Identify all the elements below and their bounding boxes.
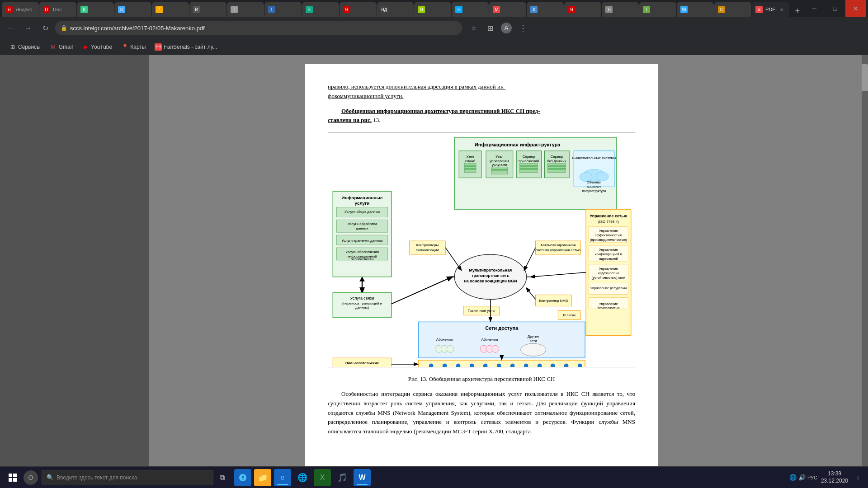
svg-text:Облачная: Облачная bbox=[587, 181, 601, 184]
tab-favicon-9: S bbox=[306, 6, 313, 13]
fanserials-icon: FS bbox=[155, 43, 162, 51]
svg-text:Узел: Узел bbox=[467, 155, 474, 159]
tab-17[interactable]: Я bbox=[602, 2, 639, 17]
svg-text:Абоненты: Абоненты bbox=[436, 338, 453, 342]
nav-right: ☆ ⊞ A ⋮ bbox=[467, 21, 530, 35]
tab-20[interactable]: С bbox=[714, 2, 751, 17]
tab-favicon-10: Я bbox=[343, 6, 350, 13]
svg-rect-137 bbox=[9, 478, 12, 482]
svg-text:Граничные узлы: Граничные узлы bbox=[468, 309, 495, 313]
url-text: sccs.intelgr.com/archive/2017-02/05-Maka… bbox=[70, 25, 205, 32]
menu-button[interactable]: ⋮ bbox=[515, 21, 530, 35]
svg-text:Услуги хранения данных: Услуги хранения данных bbox=[341, 239, 382, 243]
tab-15[interactable]: К bbox=[527, 2, 564, 17]
taskbar-app-chrome[interactable]: 🌐 bbox=[294, 469, 311, 486]
maximize-button[interactable]: □ bbox=[825, 0, 845, 17]
tab-4[interactable]: S bbox=[114, 2, 151, 17]
svg-text:Автоматизированная: Автоматизированная bbox=[540, 243, 576, 247]
tab-favicon-16: Я bbox=[568, 6, 575, 13]
tab-3[interactable]: К bbox=[77, 2, 114, 17]
extensions-button[interactable]: ⊞ bbox=[483, 21, 497, 35]
svg-text:Вычислительные системы: Вычислительные системы bbox=[572, 156, 616, 160]
tab-10[interactable]: Я bbox=[340, 2, 377, 17]
tab-7[interactable]: Т bbox=[227, 2, 264, 17]
bookmark-youtube[interactable]: ▶ YouTube bbox=[78, 41, 116, 53]
tab-6[interactable]: И bbox=[189, 2, 226, 17]
left-sidebar bbox=[0, 55, 149, 466]
tab-favicon-13: Н bbox=[455, 6, 462, 13]
new-tab-button[interactable]: + bbox=[791, 5, 804, 17]
tab-bar: Я Яндекс D Doc К S 7 И Т 1 S Я bbox=[0, 0, 868, 17]
back-button[interactable]: ← bbox=[4, 21, 18, 35]
svg-text:сигнализации: сигнализации bbox=[416, 248, 439, 252]
pdf-caption: Рис. 13. Обобщенная архитектура перспект… bbox=[328, 375, 635, 384]
architecture-diagram: Информационная инфраструктура Узел служб… bbox=[328, 132, 635, 367]
taskbar-search-box[interactable]: 🔍 Введите здесь текст для поиска bbox=[42, 470, 213, 485]
taskbar-app-edge[interactable] bbox=[234, 469, 251, 486]
start-button[interactable] bbox=[4, 469, 22, 487]
tab-close-btn[interactable]: ✕ bbox=[778, 6, 785, 13]
svg-text:Управление: Управление bbox=[599, 267, 618, 271]
tab-favicon-2: D bbox=[43, 6, 50, 13]
chrome-icon: 🌐 bbox=[297, 473, 307, 483]
refresh-button[interactable]: ↻ bbox=[38, 21, 52, 35]
tab-13[interactable]: Н bbox=[452, 2, 489, 17]
bookmark-star-button[interactable]: ☆ bbox=[467, 21, 481, 35]
show-desktop-button[interactable]: | bbox=[852, 469, 864, 486]
svg-text:баз данных: баз данных bbox=[547, 159, 566, 163]
tab-12[interactable]: Я bbox=[414, 2, 451, 17]
svg-text:Услуги обработки: Услуги обработки bbox=[348, 222, 377, 226]
tab-favicon-21: ✕ bbox=[755, 6, 763, 13]
tab-favicon-5: 7 bbox=[156, 6, 163, 13]
taskbar-app-itunes[interactable]: 🎵 bbox=[334, 469, 351, 486]
svg-rect-136 bbox=[13, 474, 17, 477]
taskbar-apps: 📁 e 🌐 X 🎵 W bbox=[234, 469, 371, 486]
svg-text:на основе концепции NGN: на основе концепции NGN bbox=[464, 279, 517, 283]
taskbar-app-browser[interactable]: e bbox=[274, 469, 291, 486]
svg-text:(устойчивостью) сети: (устойчивостью) сети bbox=[592, 276, 625, 280]
bookmark-fanserials[interactable]: FS FanSerials - сайт лу... bbox=[151, 41, 221, 53]
svg-rect-25 bbox=[547, 165, 566, 167]
pdf-para-1: правило, используется дополнительная адр… bbox=[328, 82, 635, 101]
minimize-button[interactable]: ─ bbox=[804, 0, 825, 17]
taskbar-app-files[interactable]: 📁 bbox=[254, 469, 271, 486]
svg-text:услугами: услугами bbox=[492, 163, 507, 167]
bookmark-servisy[interactable]: ⊞ Сервисы bbox=[5, 41, 44, 53]
scroll-thumb[interactable] bbox=[862, 64, 868, 91]
svg-text:👤: 👤 bbox=[427, 363, 435, 367]
clock[interactable]: 13:39 23.12.2020 bbox=[821, 470, 848, 484]
svg-rect-7 bbox=[464, 165, 476, 167]
pdf-viewer[interactable]: правило, используется дополнительная адр… bbox=[149, 55, 814, 466]
taskbar-app-word[interactable]: W bbox=[354, 469, 371, 486]
tab-21-active[interactable]: ✕ PDF ✕ bbox=[752, 2, 789, 17]
scrollbar[interactable] bbox=[862, 55, 868, 466]
svg-text:эффективностью: эффективностью bbox=[595, 233, 622, 237]
tab-2[interactable]: D Doc bbox=[39, 2, 76, 17]
tab-16[interactable]: Я bbox=[564, 2, 601, 17]
volume-icon[interactable]: 🔊 bbox=[798, 474, 806, 481]
task-view-button[interactable]: ⧉ bbox=[213, 469, 231, 486]
tab-11[interactable]: НД bbox=[377, 2, 414, 17]
bookmark-karty[interactable]: 📍 Карты bbox=[118, 41, 149, 53]
forward-button[interactable]: → bbox=[21, 21, 35, 35]
svg-text:Контроллер NMS: Контроллер NMS bbox=[539, 299, 568, 303]
tab-19[interactable]: W bbox=[677, 2, 714, 17]
tab-9[interactable]: S bbox=[302, 2, 339, 17]
close-button[interactable]: ✕ bbox=[845, 0, 866, 17]
tab-18[interactable]: Т bbox=[639, 2, 676, 17]
profile-button[interactable]: A bbox=[499, 21, 514, 35]
taskbar-right: 🌐 🔊 РУС 13:39 23.12.2020 | bbox=[789, 469, 864, 486]
taskbar-search-placeholder: Введите здесь текст для поиска bbox=[57, 474, 137, 481]
address-bar[interactable]: 🔒 sccs.intelgr.com/archive/2017-02/05-Ma… bbox=[55, 21, 462, 35]
bookmark-gmail[interactable]: M Gmail bbox=[46, 41, 76, 53]
tab-8[interactable]: 1 bbox=[264, 2, 302, 17]
svg-text:👤: 👤 bbox=[562, 363, 571, 367]
network-icon[interactable]: 🌐 bbox=[789, 474, 797, 481]
tab-favicon-20: С bbox=[718, 6, 725, 13]
tab-14[interactable]: М bbox=[489, 2, 526, 17]
tab-1[interactable]: Я Яндекс bbox=[2, 2, 39, 17]
svg-text:👤: 👤 bbox=[576, 363, 584, 367]
tab-5[interactable]: 7 bbox=[152, 2, 189, 17]
taskbar-app-excel[interactable]: X bbox=[314, 469, 331, 486]
cortana-button[interactable]: O bbox=[24, 470, 38, 485]
